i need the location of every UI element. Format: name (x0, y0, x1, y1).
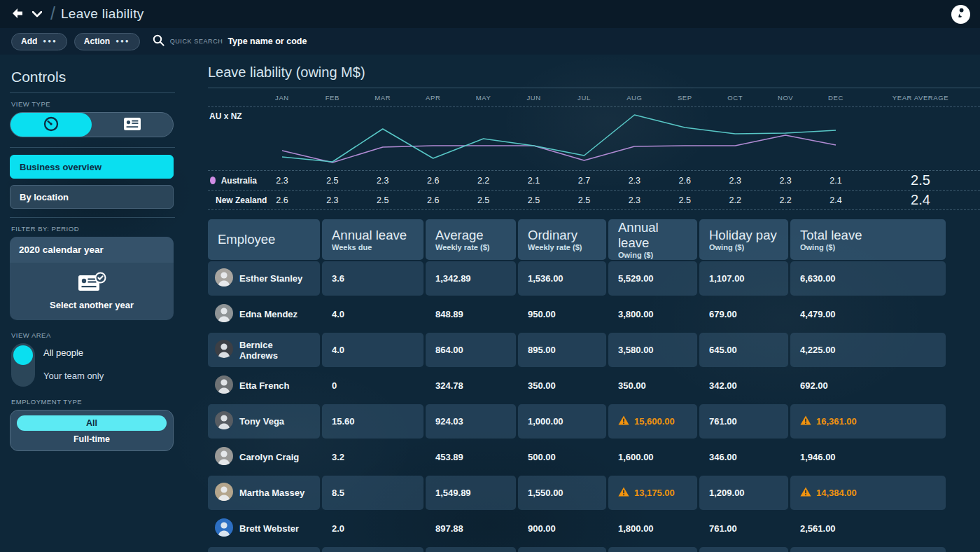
series-month-value: 2.2 (760, 195, 811, 205)
cell-value: 1,600.00 (618, 452, 654, 462)
column-header-annual-leave-weeks-due[interactable]: Annual leaveWeeks due (322, 219, 424, 260)
cell-annual-leave-weeks-due: 3.6 (322, 261, 424, 296)
column-label: Total leave (800, 228, 936, 242)
month-label: SEP (659, 94, 710, 102)
table-row[interactable]: Martha Massey8.51,549.891,550.0013,175.0… (208, 476, 980, 510)
cell-value: 350.00 (528, 380, 556, 391)
current-period-button[interactable]: 2020 calendar year (10, 237, 174, 263)
breadcrumb-menu-button[interactable] (28, 5, 46, 23)
back-button[interactable] (10, 5, 28, 23)
cell-value: 950.00 (528, 309, 556, 319)
employee-name: Etta French (239, 380, 290, 391)
cell-holiday-pay-owing-: 1,107.00 (699, 261, 788, 296)
search-icon (153, 34, 164, 49)
cell-value: 4,479.00 (800, 309, 836, 319)
app-window: / Leave liability Add ●●● Action ●●● QUI… (0, 0, 980, 552)
cell-value: 679.00 (709, 309, 737, 319)
column-label: Holiday pay (709, 228, 778, 242)
column-header-employee-[interactable]: Employee (208, 219, 320, 260)
column-sublabel: Owing ($) (800, 243, 936, 251)
cell-value: 1,342.89 (435, 273, 471, 284)
column-header-annual-leave-owing-[interactable]: Annual leaveOwing ($) (608, 219, 697, 260)
cell-value: 453.89 (435, 452, 463, 462)
employment-type-label: EMPLOYMENT TYPE (11, 398, 175, 406)
cell-annual-leave-weeks-due: 4.0 (322, 333, 424, 367)
avatar (215, 304, 233, 324)
cell-value: 761.00 (709, 416, 737, 427)
cell-value: 895.00 (528, 345, 556, 355)
cell-value: 1,550.00 (528, 488, 564, 498)
cell-value: 1,549.89 (435, 488, 471, 498)
table-row[interactable]: Esther Stanley3.61,342.891,536.005,529.0… (208, 261, 980, 296)
divider (10, 92, 175, 93)
column-label: Ordinary (528, 228, 596, 242)
cell-annual-leave-owing-: 15,600.00 (608, 404, 697, 439)
cell-value: 16,361.00 (816, 416, 857, 427)
cell-value: 897.88 (435, 523, 463, 534)
view-area-toggle[interactable] (11, 343, 35, 387)
action-button[interactable]: Action ●●● (74, 33, 140, 50)
view-type-dashboard-segment[interactable] (10, 113, 92, 137)
cell-ordinary-weekly-rate-: 950.00 (518, 297, 606, 331)
user-menu-button[interactable] (951, 5, 970, 24)
table-row[interactable]: Bernice Andrews4.0864.00895.003,580.0064… (208, 333, 980, 367)
series-month-value: 2.5 (358, 195, 408, 205)
search-placeholder: Type name or code (227, 36, 307, 46)
series-month-value: 2.6 (408, 195, 458, 205)
column-label: Annual leave (618, 220, 687, 250)
cell-value: 0 (332, 380, 337, 391)
id-card-icon (123, 117, 141, 133)
cell-annual-leave-weeks-due: 2.0 (322, 511, 424, 546)
cell-value: 8.5 (332, 488, 344, 498)
table-row[interactable]: Edna Mendez4.0848.89950.003,800.00679.00… (208, 297, 980, 331)
column-header-total-leave-owing-[interactable]: Total leaveOwing ($) (790, 219, 946, 260)
cell-value: 3.2 (332, 452, 344, 462)
cell-total-leave-owing-: 4,225.00 (790, 333, 946, 367)
table-row[interactable]: Etta French0324.78350.00350.00342.00692.… (208, 368, 980, 403)
select-another-year-button[interactable]: Select another year (10, 263, 174, 320)
sidebar-item-by-location[interactable]: By location (10, 185, 174, 209)
cell-holiday-pay-owing-: 342.00 (699, 368, 788, 403)
view-area-option-all-people[interactable]: All people (43, 347, 104, 358)
cell-average-weekly-rate-: 453.89 (426, 440, 516, 474)
column-header-average-weekly-rate-[interactable]: AverageWeekly rate ($) (426, 219, 516, 260)
column-header-holiday-pay-owing-[interactable]: Holiday payOwing ($) (699, 219, 788, 260)
column-header-ordinary-weekly-rate-[interactable]: OrdinaryWeekly rate ($) (518, 219, 606, 260)
cell-annual-leave-weeks-due: 0 (322, 368, 424, 403)
view-area-option-your-team-only[interactable]: Your team only (43, 371, 104, 381)
warning-value: 14,384.00 (800, 487, 857, 499)
table-row[interactable]: Tony Vega15.60924.031,000.0015,600.00761… (208, 404, 980, 439)
cell-holiday-pay-owing-: 761.00 (699, 404, 788, 439)
cell-ordinary-weekly-rate-: 350.00 (518, 368, 606, 403)
chevron-down-icon (32, 9, 42, 20)
month-label: FEB (307, 94, 358, 102)
series-legend: New Zealand (208, 195, 257, 205)
employee-name: Edna Mendez (239, 309, 298, 319)
cell-value: 14,384.00 (816, 488, 857, 498)
cell-average-weekly-rate-: 324.78 (426, 368, 516, 403)
view-type-card-segment[interactable] (92, 113, 173, 137)
cell-total-leave-owing-: 14,384.00 (790, 476, 946, 510)
table-row[interactable]: Carolyn Craig3.2453.89500.001,600.00346.… (208, 440, 980, 474)
cell-ordinary-weekly-rate-: 500.00 (518, 440, 606, 474)
cell-annual-leave-owing-: 350.00 (608, 368, 697, 403)
cell-average-weekly-rate-: 864.00 (426, 333, 516, 367)
add-button[interactable]: Add ●●● (11, 33, 67, 50)
warning-icon (618, 487, 629, 499)
sidebar-item-business-overview[interactable]: Business overview (10, 155, 174, 179)
employment-option-all[interactable]: All (17, 415, 167, 431)
cell-value: 761.00 (709, 523, 737, 534)
cell-value: 346.00 (709, 452, 737, 462)
quick-search-input[interactable]: QUICK SEARCH Type name or code (153, 34, 307, 49)
table-row[interactable]: Brett Webster2.0897.88900.001,800.00761.… (208, 511, 980, 546)
avatar (215, 447, 233, 467)
back-arrow-icon (12, 8, 26, 20)
series-month-value: 2.3 (760, 176, 811, 186)
series-dot-icon (210, 177, 216, 184)
cell-value: 6,630.00 (800, 273, 836, 284)
column-sublabel: Owing ($) (709, 243, 778, 251)
employee-cell: Martha Massey (208, 476, 320, 510)
employment-option-full-time[interactable]: Full-time (17, 434, 167, 444)
cell-stub (426, 547, 516, 552)
chart-title: Leave liability (owing M$) (208, 64, 980, 88)
